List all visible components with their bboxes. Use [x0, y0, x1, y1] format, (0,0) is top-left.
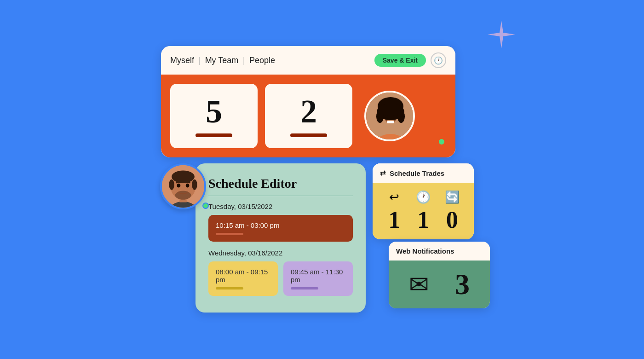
trades-body: ↩ 1 🕐 1 🔄 0 — [373, 183, 474, 239]
notif-count: 3 — [455, 270, 470, 299]
time-slots-row: 08:00 am - 09:15 pm 09:45 am - 11:30 pm — [208, 261, 353, 300]
save-exit-button[interactable]: Save & Exit — [374, 54, 426, 67]
nav-people[interactable]: People — [249, 56, 275, 65]
trade-icon-2: 🕐 — [416, 190, 431, 204]
time-slot-1[interactable]: 10:15 am - 03:00 pm — [208, 215, 353, 242]
card-number-1: 5 — [206, 95, 222, 128]
trade-col-1: ↩ 1 — [380, 190, 409, 232]
time-slot-3-text: 09:45 am - 11:30 pm — [291, 268, 343, 284]
svg-point-18 — [177, 184, 181, 188]
top-widget: Myself | My Team | People Save & Exit 🕐 … — [161, 46, 455, 157]
user-avatar — [364, 91, 415, 141]
notif-body: ✉ 3 — [389, 261, 490, 308]
schedule-editor: Schedule Editor Tuesday, 03/15/2022 10:1… — [196, 163, 366, 313]
number-card-2: 2 — [265, 84, 352, 148]
number-card-1: 5 — [170, 84, 258, 148]
decorative-star — [488, 21, 515, 48]
svg-point-19 — [186, 184, 190, 188]
time-slot-3[interactable]: 09:45 am - 11:30 pm — [283, 261, 353, 296]
web-notifications-widget: Web Notifications ✉ 3 — [389, 242, 490, 308]
day-label-1: Tuesday, 03/15/2022 — [208, 203, 353, 210]
card-underline-1 — [196, 133, 232, 137]
time-slot-1-text: 10:15 am - 03:00 pm — [216, 221, 279, 229]
card-underline-2 — [290, 133, 327, 137]
slot-underline-2 — [216, 287, 243, 290]
svg-rect-9 — [387, 121, 394, 123]
nav-sep-1: | — [199, 56, 201, 65]
mail-icon: ✉ — [409, 271, 429, 298]
nav-bar: Myself | My Team | People Save & Exit 🕐 — [161, 46, 455, 75]
svg-point-15 — [169, 180, 174, 190]
trade-num-3: 0 — [446, 208, 458, 232]
slot-underline-1 — [216, 233, 243, 235]
schedule-trades-widget: ⇄ Schedule Trades ↩ 1 🕐 1 🔄 0 — [373, 163, 474, 239]
svg-point-17 — [175, 191, 191, 200]
trade-icon-1: ↩ — [389, 190, 399, 204]
trade-num-2: 1 — [417, 208, 429, 232]
editor-status-dot — [202, 203, 209, 209]
notif-title: Web Notifications — [396, 247, 454, 255]
trade-num-1: 1 — [388, 208, 400, 232]
trade-col-2: 🕐 1 — [409, 190, 438, 232]
time-slot-2-text: 08:00 am - 09:15 pm — [216, 268, 268, 284]
svg-point-8 — [393, 115, 397, 118]
svg-point-7 — [385, 115, 388, 118]
trades-icon: ⇄ — [380, 169, 386, 177]
trade-col-3: 🔄 0 — [437, 190, 466, 232]
editor-avatar — [160, 163, 206, 209]
trades-title: Schedule Trades — [390, 169, 444, 177]
trades-header: ⇄ Schedule Trades — [373, 163, 474, 183]
svg-point-6 — [397, 110, 405, 123]
svg-point-5 — [376, 110, 384, 123]
nav-myself[interactable]: Myself — [170, 56, 194, 65]
editor-divider — [208, 196, 353, 196]
editor-title: Schedule Editor — [208, 176, 353, 191]
day-label-2: Wednesday, 03/16/2022 — [208, 249, 353, 257]
time-slot-2[interactable]: 08:00 am - 09:15 pm — [208, 261, 278, 296]
nav-sep-2: | — [243, 56, 245, 65]
trade-icon-3: 🔄 — [445, 190, 460, 204]
nav-myteam[interactable]: My Team — [205, 56, 239, 65]
clock-icon: 🕐 — [434, 56, 443, 65]
avatar-status-dot — [438, 138, 445, 145]
notif-header: Web Notifications — [389, 242, 490, 261]
slot-underline-3 — [291, 287, 318, 290]
card-number-2: 2 — [300, 95, 317, 128]
svg-point-14 — [172, 171, 195, 183]
cards-area: 5 2 — [161, 75, 455, 157]
svg-point-16 — [192, 180, 197, 190]
clock-button[interactable]: 🕐 — [431, 52, 446, 68]
